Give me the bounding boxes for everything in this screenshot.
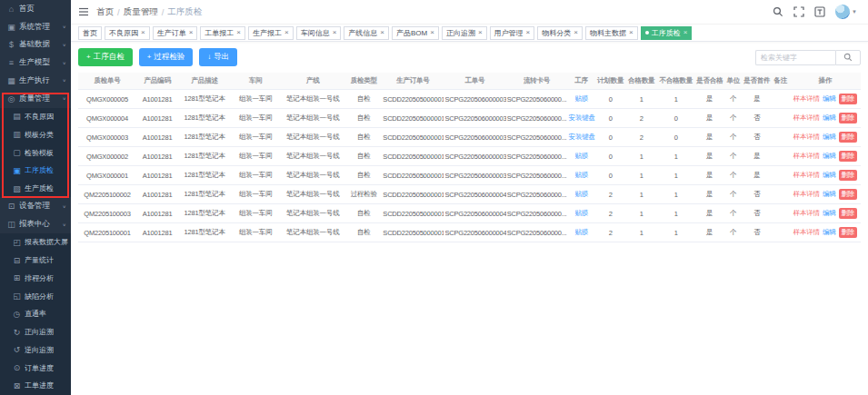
close-icon[interactable]: × [189,29,194,36]
process-link[interactable]: 贴膜 [574,190,588,198]
close-icon[interactable]: × [629,29,634,36]
sidebar-item-system-mgmt[interactable]: ▣系统管理∨ [0,18,71,36]
sidebar-item-forward-trace[interactable]: ↻正向追溯 [0,323,71,341]
edit-link[interactable]: 编辑 [823,114,836,123]
avatar[interactable] [835,5,850,19]
tab-workorder-report[interactable]: 工单报工× [200,26,245,40]
table-row: QM2205100002A10012811281型笔记本组装一车间笔记本组装一号… [78,185,861,204]
tab-user-mgmt[interactable]: 用户管理× [490,26,535,40]
tab-label: 不良原因 [109,28,138,38]
sidebar-item-production-inspection[interactable]: ▧生产质检 [0,180,71,198]
process-link[interactable]: 贴膜 [574,228,588,236]
sidebar-item-report-dashboard[interactable]: ◰报表数据大屏 [0,233,71,252]
sample-detail-link[interactable]: 样本详情 [793,171,820,180]
sidebar-item-report-center[interactable]: ◫报表中心∨ [0,215,71,233]
delete-link[interactable]: 删除 [839,208,858,219]
tab-production-report[interactable]: 生产报工× [248,26,294,40]
search-input[interactable] [755,50,835,65]
table-cell: 组装一车间 [231,128,280,147]
user-menu[interactable]: ▼ [835,5,857,19]
export-button[interactable]: ↓导出 [199,48,237,66]
process-link[interactable]: 贴膜 [574,152,588,160]
sidebar-item-defect-reason[interactable]: ▤不良原因 [0,108,71,126]
process-link[interactable]: 贴膜 [574,209,588,217]
sample-detail-link[interactable]: 样本详情 [793,209,820,218]
close-icon[interactable]: × [430,29,434,36]
sidebar-item-template-category[interactable]: ▥模板分类 [0,125,71,143]
breadcrumb-item[interactable]: 质量管理 [124,6,158,18]
sample-detail-link[interactable]: 样本详情 [793,133,820,142]
close-icon[interactable]: × [478,29,483,36]
edit-link[interactable]: 编辑 [823,171,836,180]
sidebar-item-production-execution[interactable]: ▦生产执行∨ [0,72,71,90]
tab-workshop-info[interactable]: 车间信息× [296,26,342,40]
sample-detail-link[interactable]: 样本详情 [793,114,820,123]
edit-link[interactable]: 编辑 [823,94,836,104]
sidebar-item-order-progress[interactable]: ⊙订单进度 [0,359,71,377]
sidebar-item-home[interactable]: ⌂首页 [0,0,71,18]
tab-process-inspection[interactable]: 工序质检× [641,26,693,40]
sidebar-item-equipment-mgmt[interactable]: ⊡设备管理∨ [0,197,71,215]
column-header: 产品编码 [136,73,178,90]
tab-forward-trace[interactable]: 正向追溯× [442,26,487,40]
close-icon[interactable]: × [236,29,241,36]
sidebar-item-label: 生产模型 [19,57,50,68]
tab-defect-reason[interactable]: 不良原因× [105,26,150,40]
sidebar-item-reverse-trace[interactable]: ↺逆向追溯 [0,341,71,360]
tab-product-bom[interactable]: 产品BOM× [392,26,439,40]
search-icon[interactable] [773,6,783,17]
search-group [755,50,861,65]
add-self-inspection-button[interactable]: +工序自检 [78,48,133,66]
sidebar-item-output-stats[interactable]: ⊟产量统计 [0,252,71,270]
schedule-analysis-icon: ⊞ [12,273,22,282]
tab-material-master[interactable]: 物料主数据× [585,26,638,40]
delete-link[interactable]: 删除 [839,170,858,181]
sidebar-item-defect-analysis[interactable]: ◱缺陷分析 [0,287,71,305]
tab-material-category[interactable]: 物料分类× [537,26,583,40]
sidebar-item-process-inspection[interactable]: ▣工序质检 [0,162,71,180]
sample-detail-link[interactable]: 样本详情 [793,190,820,199]
column-header: 是否首件 [743,73,772,90]
sidebar-item-first-pass-yield[interactable]: ◷直通率 [0,305,71,323]
sidebar-item-schedule-analysis[interactable]: ⊞排程分析 [0,269,71,287]
close-icon[interactable]: × [380,29,384,36]
edit-link[interactable]: 编辑 [823,152,836,161]
tab-home[interactable]: 首页 [78,26,102,40]
close-icon[interactable]: × [574,29,578,36]
close-icon[interactable]: × [141,29,145,36]
process-link[interactable]: 贴膜 [574,94,588,103]
delete-link[interactable]: 删除 [839,132,858,143]
process-link[interactable]: 安装键盘 [569,114,595,122]
fullscreen-icon[interactable] [793,6,804,17]
sidebar-item-quality-mgmt[interactable]: ◎质量管理∨ [0,90,71,108]
delete-link[interactable]: 删除 [839,113,858,123]
sidebar-item-base-data[interactable]: $基础数据∨ [0,36,71,54]
process-link[interactable]: 贴膜 [574,171,588,179]
sample-detail-link[interactable]: 样本详情 [793,152,820,161]
close-icon[interactable]: × [284,29,289,36]
sample-detail-link[interactable]: 样本详情 [793,228,820,237]
sample-detail-link[interactable]: 样本详情 [793,94,820,104]
breadcrumb-item[interactable]: 首页 [96,6,114,18]
fold-menu-icon[interactable] [78,6,89,17]
edit-link[interactable]: 编辑 [823,209,836,218]
sidebar-item-inspection-template[interactable]: ▢检验模板 [0,143,71,162]
layout-icon[interactable] [814,6,825,17]
tab-production-order[interactable]: 生产订单× [153,26,198,40]
close-icon[interactable]: × [333,29,337,36]
close-icon[interactable]: × [683,29,688,36]
add-process-inspection-button[interactable]: +过程检验 [139,48,194,66]
search-button[interactable] [835,50,861,65]
tab-line-info[interactable]: 产线信息× [344,26,389,40]
sidebar-item-production-model[interactable]: ≡生产模型∨ [0,54,71,72]
sidebar-item-workorder-progress[interactable]: ⊠工单进度 [0,377,71,395]
edit-link[interactable]: 编辑 [823,190,836,199]
delete-link[interactable]: 删除 [839,227,858,238]
delete-link[interactable]: 删除 [839,189,858,200]
delete-link[interactable]: 删除 [839,94,858,104]
edit-link[interactable]: 编辑 [823,228,836,237]
delete-link[interactable]: 删除 [839,151,858,162]
process-link[interactable]: 安装键盘 [569,133,595,141]
close-icon[interactable]: × [526,29,531,36]
edit-link[interactable]: 编辑 [823,133,836,142]
